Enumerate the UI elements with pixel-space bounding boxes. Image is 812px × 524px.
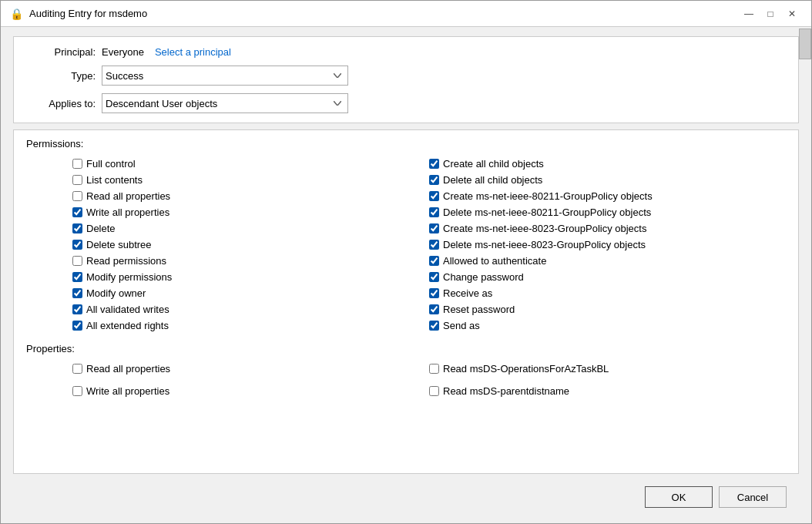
list-item: Send as [429, 317, 786, 334]
perm-delete-8023-checkbox[interactable] [429, 240, 439, 250]
perm-read-permissions-label: Read permissions [86, 255, 166, 267]
type-dropdown[interactable]: Success Fail All [102, 66, 348, 86]
applies-to-dropdown[interactable]: Descendant User objects This object only… [102, 93, 348, 113]
perm-receive-as-checkbox[interactable] [429, 288, 439, 298]
title-controls: — □ ✕ [739, 6, 802, 22]
list-item: Delete ms-net-ieee-80211-GroupPolicy obj… [429, 204, 786, 220]
perm-receive-as-label: Receive as [443, 287, 492, 299]
perm-create-8023-label: Create ms-net-ieee-8023-GroupPolicy obje… [443, 223, 646, 234]
list-item: Create ms-net-ieee-8023-GroupPolicy obje… [429, 220, 786, 237]
perm-delete-80211-label: Delete ms-net-ieee-80211-GroupPolicy obj… [443, 207, 651, 218]
minimize-button[interactable]: — [739, 6, 759, 22]
perm-full-control-checkbox[interactable] [72, 159, 82, 169]
perm-change-password-checkbox[interactable] [429, 272, 439, 282]
perm-all-extended-rights-label: All extended rights [86, 320, 169, 331]
prop-read-msds-aztask-checkbox[interactable] [429, 364, 439, 374]
perm-delete-80211-checkbox[interactable] [429, 207, 439, 217]
prop-read-msds-aztask-label: Read msDS-OperationsForAzTaskBL [443, 363, 609, 375]
title-bar: 🔒 Auditing Entry for msdemo — □ ✕ [1, 1, 811, 27]
prop-write-all-checkbox[interactable] [72, 386, 82, 396]
list-item: Write all properties [72, 204, 429, 220]
prop-read-msds-parent-label: Read msDS-parentdistname [443, 385, 569, 397]
perm-reset-password-label: Reset password [443, 304, 515, 315]
list-item: Read all properties [72, 188, 429, 204]
perm-all-validated-writes-label: All validated writes [86, 304, 169, 315]
list-item: Allowed to authenticate [429, 253, 786, 269]
perm-delete-all-child-checkbox[interactable] [429, 175, 439, 185]
permissions-left-col: Full control List contents Read all prop… [72, 156, 429, 334]
perm-modify-owner-checkbox[interactable] [72, 288, 82, 298]
perm-delete-subtree-checkbox[interactable] [72, 240, 82, 250]
principal-row: Principal: Everyone Select a principal [26, 46, 786, 58]
list-item: All extended rights [72, 317, 429, 334]
list-item: Change password [429, 269, 786, 285]
ok-button[interactable]: OK [645, 486, 713, 508]
scrollbar-track [799, 27, 811, 523]
perm-delete-checkbox[interactable] [72, 223, 82, 233]
permissions-section: Permissions: Full control List contents [13, 129, 799, 474]
perm-all-extended-rights-checkbox[interactable] [72, 321, 82, 331]
properties-section: Properties: Read all properties Write al… [26, 343, 786, 399]
perm-read-all-props-checkbox[interactable] [72, 191, 82, 201]
window-title: Auditing Entry for msdemo [29, 8, 147, 19]
title-bar-left: 🔒 Auditing Entry for msdemo [10, 8, 147, 20]
list-item: List contents [72, 172, 429, 188]
perm-full-control-label: Full control [86, 158, 136, 170]
select-principal-link[interactable]: Select a principal [155, 46, 231, 58]
prop-read-all-label: Read all properties [86, 363, 170, 375]
list-item: Reset password [429, 301, 786, 317]
cancel-button[interactable]: Cancel [719, 486, 787, 508]
perm-change-password-label: Change password [443, 271, 524, 283]
perm-allowed-auth-label: Allowed to authenticate [443, 255, 546, 267]
applies-to-label: Applies to: [26, 98, 96, 109]
perm-allowed-auth-checkbox[interactable] [429, 256, 439, 266]
applies-to-row: Applies to: Descendant User objects This… [26, 93, 786, 113]
prop-write-all-label: Write all properties [86, 385, 169, 397]
list-item: Read permissions [72, 253, 429, 269]
perm-delete-all-child-label: Delete all child objects [443, 174, 542, 186]
perm-create-all-child-checkbox[interactable] [429, 159, 439, 169]
list-item: Write all properties [72, 383, 429, 399]
properties-right-col: Read msDS-OperationsForAzTaskBL Read msD… [429, 361, 786, 399]
prop-read-all-checkbox[interactable] [72, 364, 82, 374]
perm-send-as-checkbox[interactable] [429, 321, 439, 331]
footer: OK Cancel [13, 480, 799, 514]
list-item: Modify owner [72, 285, 429, 301]
list-item: Delete ms-net-ieee-8023-GroupPolicy obje… [429, 237, 786, 253]
list-item: Read msDS-parentdistname [429, 383, 786, 399]
window-icon: 🔒 [10, 8, 23, 20]
perm-all-validated-writes-checkbox[interactable] [72, 304, 82, 314]
principal-label: Principal: [26, 46, 96, 58]
perm-modify-permissions-checkbox[interactable] [72, 272, 82, 282]
permissions-label: Permissions: [26, 138, 786, 149]
prop-read-msds-parent-checkbox[interactable] [429, 386, 439, 396]
close-button[interactable]: ✕ [782, 6, 802, 22]
main-window: 🔒 Auditing Entry for msdemo — □ ✕ Princi… [0, 0, 812, 524]
list-item: Delete [72, 220, 429, 237]
perm-modify-permissions-label: Modify permissions [86, 271, 172, 283]
perm-delete-8023-label: Delete ms-net-ieee-8023-GroupPolicy obje… [443, 239, 646, 250]
list-item: Read msDS-OperationsForAzTaskBL [429, 361, 786, 377]
perm-create-80211-checkbox[interactable] [429, 191, 439, 201]
perm-write-all-props-label: Write all properties [86, 207, 169, 218]
list-item: Delete subtree [72, 237, 429, 253]
maximize-button[interactable]: □ [760, 6, 780, 22]
list-item: Read all properties [72, 361, 429, 377]
list-item: Receive as [429, 285, 786, 301]
perm-list-contents-checkbox[interactable] [72, 175, 82, 185]
properties-label: Properties: [26, 343, 786, 354]
perm-create-8023-checkbox[interactable] [429, 223, 439, 233]
perm-create-all-child-label: Create all child objects [443, 158, 544, 170]
perm-reset-password-checkbox[interactable] [429, 304, 439, 314]
perm-read-permissions-checkbox[interactable] [72, 256, 82, 266]
top-section: Principal: Everyone Select a principal T… [13, 36, 799, 123]
list-item: Delete all child objects [429, 172, 786, 188]
perm-read-all-props-label: Read all properties [86, 190, 170, 202]
scrollbar-thumb[interactable] [799, 29, 811, 59]
perm-delete-label: Delete [86, 223, 116, 234]
perm-write-all-props-checkbox[interactable] [72, 207, 82, 217]
permissions-right-col: Create all child objects Delete all chil… [429, 156, 786, 334]
perm-create-80211-label: Create ms-net-ieee-80211-GroupPolicy obj… [443, 190, 653, 202]
content-area: Principal: Everyone Select a principal T… [1, 27, 811, 523]
perm-delete-subtree-label: Delete subtree [86, 239, 152, 250]
